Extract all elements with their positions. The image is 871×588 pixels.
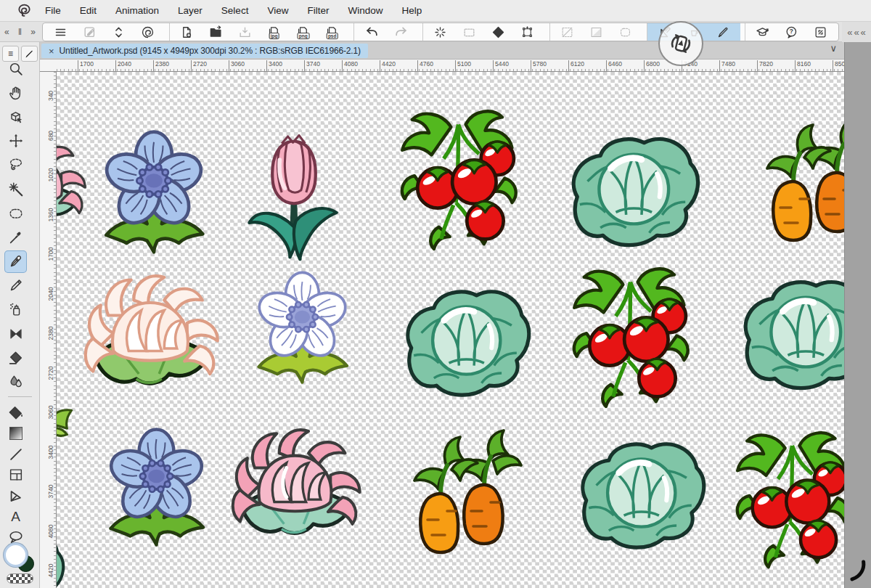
right-panel-collapse-handle[interactable]: «««	[842, 22, 871, 42]
marquee-dotted-icon	[8, 205, 24, 221]
ruler-label-x: 5100	[457, 60, 471, 68]
main-menu-button[interactable]	[46, 23, 75, 41]
right-collapse-glyph-0[interactable]: «	[847, 27, 852, 38]
menu-bar-items: FileEditAnimationLayerSelectViewFilterWi…	[45, 5, 422, 16]
menu-edit[interactable]: Edit	[80, 5, 97, 16]
artwork-chrys-pink	[228, 426, 362, 544]
gradient-tool[interactable]	[4, 422, 27, 445]
menu-bar: FileEditAnimationLayerSelectViewFilterWi…	[0, 0, 871, 22]
hand-tool[interactable]	[4, 81, 27, 104]
toolbar-group	[422, 23, 545, 41]
export-psd-button[interactable]: psd	[318, 23, 347, 41]
ruler-label-x: 4080	[344, 60, 358, 68]
collapse-glyph-2[interactable]: »	[30, 27, 36, 37]
fill-button[interactable]	[484, 23, 513, 41]
tool-divider	[8, 396, 32, 397]
pen-tool[interactable]	[4, 250, 27, 273]
app-logo[interactable]	[15, 2, 33, 20]
airbrush-tool[interactable]	[4, 298, 27, 321]
blend-tool[interactable]	[4, 371, 27, 393]
blend-drops-icon	[8, 374, 24, 390]
menu-file[interactable]: File	[45, 5, 61, 16]
export-png-button[interactable]: png	[289, 23, 318, 41]
fill-tool[interactable]	[4, 401, 27, 424]
reorder-button[interactable]	[104, 23, 133, 41]
zoom-tool[interactable]	[4, 57, 27, 80]
decoration-tool[interactable]	[4, 322, 27, 345]
eyedropper-tool[interactable]	[4, 226, 27, 248]
move-tool[interactable]	[4, 130, 27, 152]
vector-tool[interactable]	[4, 484, 27, 507]
calligraphy-tool[interactable]	[4, 274, 27, 297]
clip-spiral-button[interactable]	[133, 23, 162, 41]
frame-tool[interactable]	[4, 464, 27, 486]
redo-button[interactable]	[386, 23, 415, 41]
collapse-glyph-1[interactable]: ‖	[18, 27, 22, 37]
tutorial-button[interactable]	[748, 23, 777, 41]
import-button[interactable]	[231, 23, 260, 41]
tab-close-icon[interactable]: ×	[49, 46, 54, 56]
new-canvas-button[interactable]	[173, 23, 202, 41]
rotate-canvas-button[interactable]	[658, 21, 703, 66]
auto-action-button[interactable]	[426, 23, 455, 41]
pen-diagonal-icon	[716, 25, 730, 39]
toolbar-group	[43, 23, 165, 41]
rotate-device-icon	[666, 29, 695, 58]
tab-list-chevron-icon[interactable]: ∨	[830, 43, 837, 54]
help-button[interactable]: ?	[777, 23, 806, 41]
ruler-label-y: 2040	[47, 285, 54, 303]
snap-guide-button[interactable]	[708, 23, 737, 41]
open-file-button[interactable]	[202, 23, 231, 41]
canvas-viewport[interactable]	[57, 72, 844, 588]
primary-color-swatch[interactable]	[4, 543, 28, 567]
selection-area-button[interactable]	[455, 23, 484, 41]
transparent-color-swatch[interactable]	[7, 573, 33, 584]
object-tool[interactable]	[4, 105, 27, 128]
ruler-label-x: 6460	[608, 60, 622, 68]
tone-area-button[interactable]	[582, 23, 611, 41]
artwork-anemone-blue	[100, 426, 213, 548]
menu-help[interactable]: Help	[401, 5, 422, 16]
transform-frame-icon	[520, 25, 534, 39]
menu-filter[interactable]: Filter	[307, 5, 329, 16]
artwork-tomatoes	[567, 265, 694, 414]
menu-layer[interactable]: Layer	[178, 5, 203, 16]
line-tool[interactable]	[4, 443, 27, 465]
toolbar-group: ?	[745, 23, 838, 41]
undo-button[interactable]	[357, 23, 386, 41]
dashed-diagonal-icon	[560, 25, 574, 39]
collapse-glyph-0[interactable]: «	[4, 27, 9, 37]
document-tab[interactable]: × Untitled_Artwork.psd (9145 x 4949px 30…	[41, 44, 368, 58]
chevrons-updown-icon	[112, 25, 126, 39]
export-jpg-button[interactable]: jpg	[260, 23, 289, 41]
menu-view[interactable]: View	[267, 5, 288, 16]
transform-button[interactable]	[513, 23, 542, 41]
magic-wand-tool[interactable]	[4, 178, 27, 200]
lasso-tool[interactable]	[4, 154, 27, 176]
ruler-label-x: 5440	[495, 60, 509, 68]
text-tool[interactable]: A	[4, 505, 27, 528]
spiral-icon	[141, 25, 155, 39]
ruler-label-x: 4420	[382, 60, 396, 68]
scatter-icon	[8, 326, 24, 342]
right-collapse-glyph-2[interactable]: «	[861, 27, 866, 38]
main-toolbar: jpgpngpsd?	[42, 23, 839, 41]
menu-select[interactable]: Select	[221, 5, 249, 16]
right-panel-strip[interactable]	[844, 42, 871, 588]
eraser-tool[interactable]	[4, 346, 27, 369]
document-tab-title: Untitled_Artwork.psd (9145 x 4949px 300d…	[60, 46, 361, 56]
tool-sidebar: ≡ A	[0, 42, 40, 588]
fullscreen-button[interactable]	[806, 23, 835, 41]
left-panel-collapse-handle[interactable]: «‖»	[0, 22, 40, 42]
artwork-cabbage	[562, 129, 703, 249]
edit-mode-button[interactable]	[75, 23, 104, 41]
hamburger-icon	[54, 25, 68, 39]
pen-square-icon	[83, 25, 97, 39]
selection-pen-button[interactable]	[611, 23, 640, 41]
marquee-tool[interactable]	[4, 202, 27, 224]
select-layer-area-button[interactable]	[553, 23, 582, 41]
right-collapse-glyph-1[interactable]: «	[854, 27, 859, 38]
color-swatches[interactable]	[4, 543, 36, 572]
menu-animation[interactable]: Animation	[115, 5, 159, 16]
menu-window[interactable]: Window	[348, 5, 383, 16]
